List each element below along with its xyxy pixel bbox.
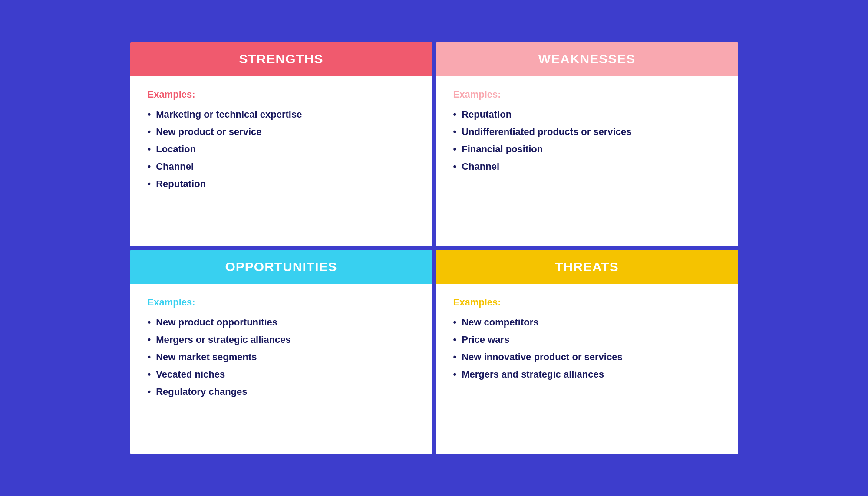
list-item: Channel [148,161,415,172]
opportunities-body: Examples: New product opportunitiesMerge… [130,284,432,454]
weaknesses-examples-label: Examples: [453,89,721,100]
list-item: Vecated niches [148,369,415,380]
list-item: Financial position [453,144,721,155]
list-item: Location [148,144,415,155]
list-item: New product or service [148,126,415,138]
list-item: Undifferentiated products or services [453,126,721,138]
weaknesses-quadrant: WEAKNESSES Examples: ReputationUndiffere… [436,42,738,246]
opportunities-examples-label: Examples: [148,297,415,308]
list-item: Mergers and strategic alliances [453,369,721,380]
threats-examples-label: Examples: [453,297,721,308]
strengths-list: Marketing or technical expertiseNew prod… [148,109,415,190]
list-item: Reputation [453,109,721,120]
strengths-quadrant: STRENGTHS Examples: Marketing or technic… [130,42,432,246]
list-item: Mergers or strategic alliances [148,334,415,345]
opportunities-quadrant: OPPORTUNITIES Examples: New product oppo… [130,250,432,454]
list-item: New competitors [453,317,721,328]
threats-header: THREATS [436,250,738,284]
list-item: Channel [453,161,721,172]
list-item: New innovative product or services [453,351,721,363]
threats-quadrant: THREATS Examples: New competitorsPrice w… [436,250,738,454]
strengths-header: STRENGTHS [130,42,432,76]
list-item: New product opportunities [148,317,415,328]
weaknesses-header: WEAKNESSES [436,42,738,76]
list-item: Regulatory changes [148,386,415,397]
swot-grid: STRENGTHS Examples: Marketing or technic… [130,42,738,454]
opportunities-list: New product opportunitiesMergers or stra… [148,317,415,397]
list-item: Price wars [453,334,721,345]
threats-list: New competitorsPrice warsNew innovative … [453,317,721,380]
list-item: New market segments [148,351,415,363]
list-item: Marketing or technical expertise [148,109,415,120]
strengths-examples-label: Examples: [148,89,415,100]
list-item: Reputation [148,178,415,190]
strengths-body: Examples: Marketing or technical experti… [130,76,432,246]
threats-body: Examples: New competitorsPrice warsNew i… [436,284,738,454]
weaknesses-body: Examples: ReputationUndifferentiated pro… [436,76,738,246]
weaknesses-list: ReputationUndifferentiated products or s… [453,109,721,172]
opportunities-header: OPPORTUNITIES [130,250,432,284]
